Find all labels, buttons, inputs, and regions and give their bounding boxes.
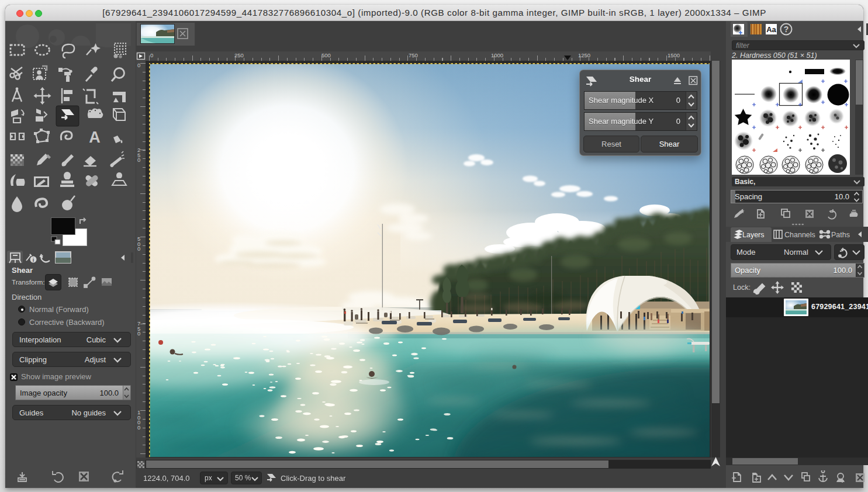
svg-text:Aa: Aa [766, 25, 776, 34]
svg-text:i: i [33, 257, 34, 263]
svg-text:?: ? [784, 25, 789, 34]
svg-text:A: A [89, 129, 101, 146]
